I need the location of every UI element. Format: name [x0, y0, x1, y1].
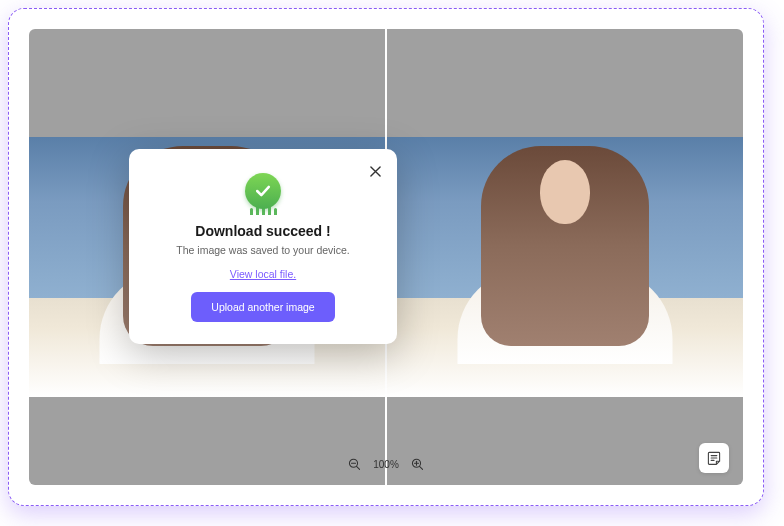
- close-button[interactable]: [365, 161, 385, 181]
- feedback-button[interactable]: [699, 443, 729, 473]
- zoom-level: 100%: [373, 459, 399, 470]
- zoom-in-button[interactable]: [409, 455, 427, 473]
- zoom-controls: 100%: [345, 455, 427, 473]
- view-file-link[interactable]: View local file.: [230, 268, 296, 280]
- close-icon: [370, 166, 381, 177]
- modal-subtitle: The image was saved to your device.: [149, 244, 377, 256]
- zoom-in-icon: [411, 458, 424, 471]
- download-success-modal: Download succeed ! The image was saved t…: [129, 149, 397, 344]
- success-badge: [233, 167, 293, 215]
- right-image-pane: [387, 29, 743, 485]
- zoom-out-button[interactable]: [345, 455, 363, 473]
- checkmark-icon: [253, 181, 273, 201]
- upload-another-button[interactable]: Upload another image: [191, 292, 334, 322]
- note-icon: [706, 450, 722, 466]
- comparison-workspace: Download succeed ! The image was saved t…: [29, 29, 743, 485]
- modal-title: Download succeed !: [149, 223, 377, 239]
- svg-line-4: [420, 466, 423, 469]
- svg-line-1: [356, 466, 359, 469]
- app-frame: Download succeed ! The image was saved t…: [8, 8, 764, 506]
- zoom-out-icon: [348, 458, 361, 471]
